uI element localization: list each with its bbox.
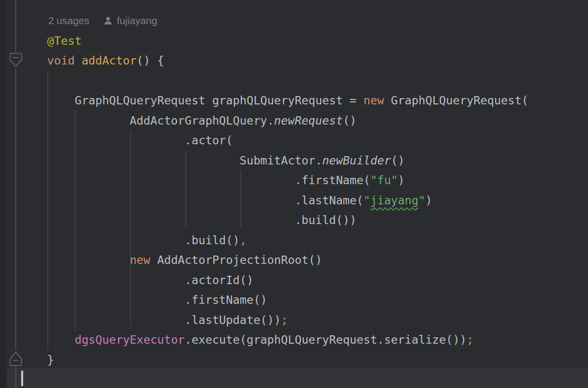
code-token: GraphQLQueryRequest( [384,94,528,107]
inlay-hints: 2 usages fujiayang [48,11,157,31]
code-token: , [240,233,247,247]
code-area: @Test void addActor() { GraphQLQueryRequ… [20,11,588,388]
code-line[interactable]: SubmitActor.newBuilder() [20,151,588,171]
editor-left-strip [0,0,7,388]
typo-string-token: jiayang [370,194,419,207]
code-token: GraphQLQueryRequest graphQLQueryRequest … [20,94,363,107]
code-line[interactable]: AddActorGraphQLQuery.newRequest() [20,111,588,131]
usages-label: 2 usages [48,15,89,27]
code-token: .build()) [20,213,357,226]
code-token: .actorId() [20,273,254,287]
code-token [20,333,75,346]
code-line[interactable]: new AddActorProjectionRoot() [20,250,588,270]
code-line[interactable]: .build(), [20,230,588,251]
code-token: } [20,353,54,366]
text-caret [21,371,23,386]
gutter-fold-line [15,0,16,52]
code-token: .execute(graphQLQueryRequest.serialize()… [185,333,466,346]
code-token: void [47,54,75,67]
code-line[interactable] [20,370,588,388]
code-token: ) [398,173,405,187]
code-token: @Test [47,34,82,47]
code-token: ; [281,313,288,326]
code-token: .lastName( [20,194,363,207]
code-line[interactable]: .actor( [20,130,588,151]
code-line[interactable]: @Test [20,31,588,51]
code-token: ) [425,194,432,207]
code-token: " [363,194,370,207]
code-line[interactable]: .actorId() [20,270,588,291]
gutter-fold-line [15,68,16,350]
code-token: .lastUpdate()) [20,313,281,326]
code-token: .build() [20,233,240,247]
code-token: () [343,114,357,127]
code-line[interactable] [20,71,588,91]
code-line[interactable]: .firstName("fu") [20,170,588,191]
code-token: addActor [82,54,137,67]
code-line[interactable]: GraphQLQueryRequest graphQLQueryRequest … [20,91,588,111]
code-token: SubmitActor. [20,154,322,167]
code-token [75,54,82,67]
code-token [20,34,47,47]
code-line[interactable]: dgsQueryExecutor.execute(graphQLQueryReq… [20,330,588,350]
code-token: dgsQueryExecutor [75,333,185,346]
author-inlay-hint[interactable]: fujiayang [103,15,157,27]
code-line[interactable]: .lastUpdate()); [20,310,588,330]
code-token: .firstName() [20,293,267,306]
code-line[interactable]: .firstName() [20,290,588,310]
code-token: " [419,194,425,207]
code-token: new [130,253,150,266]
user-icon [103,16,113,26]
code-token: AddActorGraphQLQuery. [20,114,274,127]
code-token: newRequest [274,114,343,127]
code-token [20,253,130,266]
code-line[interactable]: void addActor() { [20,51,588,71]
code-token: .actor( [20,133,233,147]
code-token: () { [136,54,164,67]
author-label: fujiayang [117,15,157,27]
code-token: () [391,154,405,167]
code-editor: @Test void addActor() { GraphQLQueryRequ… [0,0,588,388]
code-token [20,54,47,67]
gutter-fold-line [15,367,16,388]
code-token: .firstName( [20,173,370,187]
code-token: ; [466,333,473,346]
code-line[interactable]: .lastName("jiayang") [20,191,588,211]
code-token: newBuilder [322,154,391,167]
code-token: new [363,94,384,107]
code-line[interactable]: .build()) [20,210,588,230]
code-line[interactable]: } [20,350,588,370]
code-token: "fu" [370,173,398,187]
code-token: AddActorProjectionRoot() [150,253,322,266]
usages-inlay-hint[interactable]: 2 usages [48,15,89,27]
